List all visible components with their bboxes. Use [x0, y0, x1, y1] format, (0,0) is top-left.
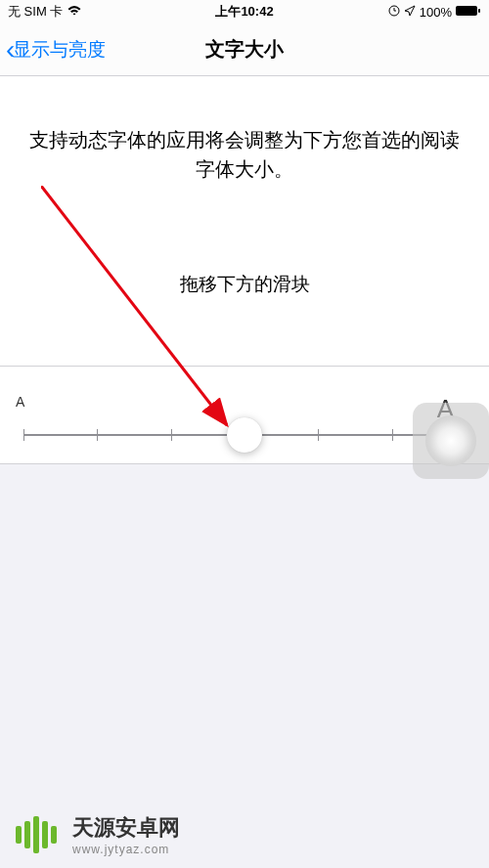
slider-tick	[171, 429, 172, 441]
nav-bar: ‹ 显示与亮度 文字大小	[0, 23, 489, 76]
instruction-text: 拖移下方的滑块	[25, 272, 464, 297]
carrier-text: 无 SIM 卡	[8, 3, 63, 21]
status-time: 上午10:42	[215, 3, 273, 21]
wifi-icon	[67, 5, 82, 20]
slider-label-small: A	[16, 394, 24, 424]
content-section: 支持动态字体的应用将会调整为下方您首选的阅读字体大小。 拖移下方的滑块	[0, 76, 489, 367]
watermark: 天源安卓网 www.jytyaz.com	[0, 802, 489, 868]
slider-tick	[318, 429, 319, 441]
battery-icon	[456, 5, 481, 20]
assistive-touch-icon	[425, 415, 476, 466]
svg-rect-1	[456, 6, 477, 16]
watermark-url: www.jytyaz.com	[72, 843, 180, 856]
back-label: 显示与亮度	[13, 37, 106, 63]
watermark-title: 天源安卓网	[72, 813, 180, 843]
status-right: 100%	[388, 5, 481, 20]
slider-tick	[23, 429, 24, 441]
battery-percent: 100%	[420, 5, 452, 20]
assistive-touch-button[interactable]	[413, 403, 489, 479]
watermark-logo: 天源安卓网 www.jytyaz.com	[16, 813, 180, 856]
page-title: 文字大小	[205, 36, 284, 63]
location-icon	[404, 5, 416, 20]
svg-rect-2	[478, 9, 480, 13]
back-button[interactable]: ‹ 显示与亮度	[0, 36, 106, 64]
slider-thumb[interactable]	[227, 417, 262, 453]
text-size-slider[interactable]	[23, 434, 466, 436]
rotation-lock-icon	[388, 5, 400, 20]
description-text: 支持动态字体的应用将会调整为下方您首选的阅读字体大小。	[25, 125, 464, 184]
status-left: 无 SIM 卡	[8, 3, 82, 21]
slider-tick	[392, 429, 393, 441]
slider-tick	[97, 429, 98, 441]
status-bar: 无 SIM 卡 上午10:42 100%	[0, 0, 489, 23]
